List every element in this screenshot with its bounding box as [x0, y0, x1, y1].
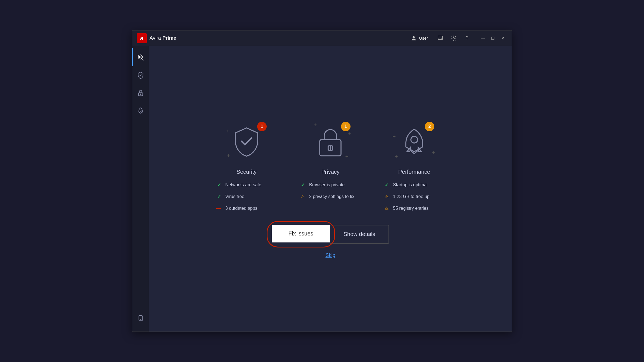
plus-deco: +: [314, 122, 317, 128]
performance-badge: 2: [425, 122, 434, 131]
plus-deco: +: [345, 154, 349, 160]
status-item: ⚠ 1.23 GB to free up: [383, 194, 445, 200]
status-item: ✔ Virus free: [216, 194, 277, 200]
performance-status-list: ✔ Startup is optimal ⚠ 1.23 GB to free u…: [383, 182, 445, 211]
check-icon: ✔: [216, 182, 222, 188]
close-button[interactable]: ✕: [498, 34, 507, 43]
status-item: ⚠ 55 registry entries: [383, 205, 445, 211]
privacy-lock-svg: [314, 125, 347, 159]
privacy-status-list: ✔ Browser is private ⚠ 2 privacy setting…: [300, 182, 361, 200]
categories: + + + 1 Security ✔: [216, 120, 445, 211]
check-icon: ✔: [216, 194, 222, 200]
minimize-button[interactable]: —: [478, 34, 487, 43]
security-status-list: ✔ Networks are safe ✔ Virus free — 3 out…: [216, 182, 277, 211]
sidebar-item-performance[interactable]: [132, 102, 149, 120]
performance-icon-wrap: + + + + 2: [392, 120, 437, 164]
svg-point-3: [138, 55, 142, 59]
action-buttons: Fix issues Show details: [272, 225, 389, 244]
fix-issues-wrapper: Fix issues: [272, 225, 330, 244]
category-performance: + + + + 2: [383, 120, 445, 211]
svg-point-7: [140, 94, 141, 95]
sidebar: [132, 46, 149, 332]
privacy-icon-wrap: + + + 1: [308, 120, 353, 164]
svg-point-14: [411, 136, 418, 143]
window-controls: — ☐ ✕: [478, 34, 507, 43]
sidebar-item-security[interactable]: [132, 66, 149, 84]
show-details-button[interactable]: Show details: [330, 225, 389, 244]
plus-deco: +: [226, 128, 229, 134]
app-title: Avira Prime: [150, 35, 407, 41]
plus-deco: +: [348, 131, 351, 137]
maximize-button[interactable]: ☐: [488, 34, 497, 43]
svg-point-5: [139, 56, 141, 58]
check-icon: ✔: [300, 182, 306, 188]
plus-deco: +: [227, 152, 230, 159]
security-shield-svg: [230, 125, 263, 159]
svg-line-4: [142, 59, 143, 60]
rocket-icon: [137, 107, 144, 115]
feedback-button[interactable]: [436, 34, 445, 43]
fix-issues-button[interactable]: Fix issues: [272, 225, 330, 242]
scan-icon: [137, 54, 144, 61]
skip-link[interactable]: Skip: [325, 253, 335, 258]
privacy-label: Privacy: [321, 169, 340, 175]
user-button[interactable]: User: [407, 34, 431, 43]
logo-letter: a: [140, 35, 143, 42]
svg-point-8: [140, 110, 141, 112]
security-icon-wrap: + + + 1: [224, 120, 269, 164]
plus-deco: +: [432, 149, 435, 156]
status-item: ✔ Startup is optimal: [383, 182, 445, 188]
user-icon: [411, 35, 417, 41]
app-logo: a: [137, 33, 147, 43]
status-item: ✔ Browser is private: [300, 182, 361, 188]
warn-icon: ⚠: [383, 194, 390, 200]
app-body: + + + 1 Security ✔: [132, 46, 512, 332]
app-window: a Avira Prime User: [132, 30, 512, 332]
settings-button[interactable]: [449, 34, 458, 43]
plus-deco: +: [392, 134, 396, 140]
status-item: ⚠ 2 privacy settings to fix: [300, 194, 361, 200]
feedback-icon: [437, 35, 443, 41]
sidebar-item-mobile[interactable]: [132, 309, 149, 327]
titlebar: a Avira Prime User: [132, 30, 512, 46]
plus-deco: +: [395, 154, 398, 160]
category-security: + + + 1 Security ✔: [216, 120, 277, 211]
privacy-badge: 1: [341, 122, 351, 131]
sidebar-item-privacy[interactable]: [132, 84, 149, 102]
status-item: — 3 outdated apps: [216, 205, 277, 211]
performance-label: Performance: [398, 169, 430, 175]
main-content: + + + 1 Security ✔: [149, 46, 512, 332]
security-badge: 1: [257, 122, 267, 131]
lock-icon: [137, 89, 144, 97]
error-icon: —: [216, 205, 222, 211]
titlebar-actions: User ? — ☐ ✕: [407, 34, 507, 43]
sidebar-item-scan[interactable]: [132, 48, 149, 66]
security-label: Security: [236, 169, 257, 175]
help-button[interactable]: ?: [463, 34, 472, 43]
category-privacy: + + + 1 Privacy: [300, 120, 361, 200]
mobile-icon: [138, 315, 144, 322]
svg-point-2: [453, 37, 454, 39]
performance-rocket-svg: [397, 125, 431, 159]
status-item: ✔ Networks are safe: [216, 182, 277, 188]
warn-icon: ⚠: [383, 205, 390, 211]
warn-icon: ⚠: [300, 194, 306, 200]
gear-icon: [451, 35, 457, 41]
svg-point-0: [413, 36, 415, 38]
check-icon: ✔: [383, 182, 390, 188]
shield-icon: [137, 72, 144, 79]
